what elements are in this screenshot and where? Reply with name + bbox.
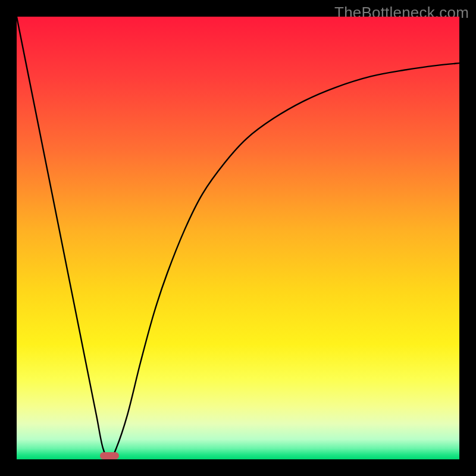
plot-area bbox=[17, 17, 459, 459]
chart-frame: TheBottleneck.com bbox=[0, 0, 476, 476]
gradient-background bbox=[17, 17, 459, 459]
optimal-marker bbox=[100, 452, 119, 459]
svg-rect-0 bbox=[17, 17, 459, 459]
